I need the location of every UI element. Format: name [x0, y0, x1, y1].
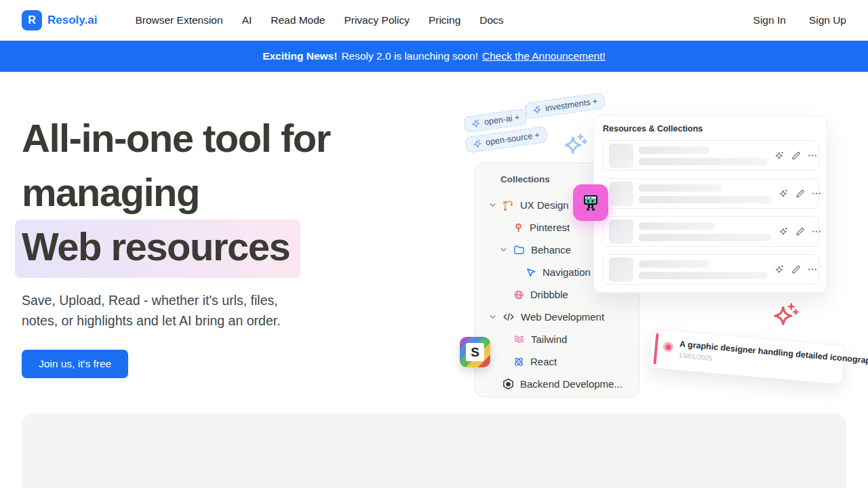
brand-logo[interactable]: R Resoly.ai — [22, 10, 97, 30]
placeholder-bar — [639, 146, 710, 154]
resources-panel: Resources & Collections — [593, 115, 827, 293]
sparkle-blue-icon — [559, 131, 589, 161]
more-icon — [807, 264, 818, 274]
placeholder-bar — [639, 260, 709, 268]
thumbnail-placeholder — [609, 182, 633, 206]
placeholder-bar — [639, 196, 772, 203]
nav-item-browser-extension[interactable]: Browser Extension — [135, 14, 222, 26]
chevron-down-icon — [489, 313, 496, 321]
banner-text: Resoly 2.0 is launching soon! — [341, 50, 478, 62]
tree-label: Backend Developme... — [520, 378, 623, 390]
thumbnail-placeholder — [609, 144, 633, 168]
sparkle-icon — [471, 119, 481, 129]
placeholder-bar — [639, 222, 715, 230]
tree-label: UX Design — [520, 199, 569, 211]
page-title: All-in-one tool for managing Web resourc… — [22, 111, 401, 278]
edit-icon — [791, 264, 801, 274]
atom-icon — [513, 357, 524, 367]
tag-label: investments + — [545, 96, 598, 113]
subtitle-line-2: notes, or highlights and let AI bring an… — [22, 313, 281, 328]
more-icon — [811, 226, 822, 237]
more-icon — [807, 150, 818, 161]
cube-icon — [502, 378, 514, 390]
placeholder-bar — [639, 234, 772, 241]
nav-item-privacy-policy[interactable]: Privacy Policy — [344, 14, 409, 26]
slack-app-icon: S — [460, 337, 490, 367]
tree-item-tailwind: Tailwind — [475, 328, 639, 350]
text-placeholder — [639, 184, 772, 203]
card-actions — [778, 226, 822, 237]
hero-section: All-in-one tool for managing Web resourc… — [0, 72, 868, 413]
note-date: 13/01/2025 — [678, 352, 713, 362]
content-placeholder-panel — [22, 413, 846, 488]
tree-item-react: React — [475, 350, 639, 373]
hero-copy: All-in-one tool for managing Web resourc… — [22, 111, 401, 378]
chevron-down-icon — [489, 201, 496, 209]
card-actions — [774, 150, 818, 161]
ai-sparkles-icon — [778, 188, 789, 199]
title-line-1: All-in-one tool for — [22, 116, 330, 160]
thumbnail-placeholder — [609, 258, 633, 282]
ai-sparkles-icon — [778, 226, 789, 237]
sparkle-icon — [532, 104, 542, 115]
robot-icon — [582, 193, 599, 212]
tree-label: Behance — [531, 244, 571, 256]
tree-label: React — [530, 356, 557, 367]
text-placeholder — [639, 260, 768, 279]
note-text: A graphic designer handling detailed ico… — [679, 340, 868, 367]
nav-item-read-mode[interactable]: Read Mode — [271, 14, 325, 26]
placeholder-bar — [639, 184, 722, 192]
sparkle-icon — [473, 139, 483, 149]
resource-card — [603, 254, 819, 285]
tree-item-web-development: Web Development — [475, 306, 639, 328]
title-highlight: Web resources — [15, 220, 300, 278]
banner-bold-text: Exciting News! — [262, 50, 337, 62]
join-free-button[interactable]: Join us, it's free — [22, 350, 128, 378]
auth-links: Sign In Sign Up — [753, 14, 846, 26]
pin-icon — [513, 222, 524, 233]
tree-label: Tailwind — [531, 333, 567, 345]
card-actions — [778, 188, 822, 199]
subtitle-line-1: Save, Upload, Read - whether it's urls, … — [22, 293, 278, 308]
sign-in-link[interactable]: Sign In — [753, 14, 786, 26]
resources-panel-title: Resources & Collections — [603, 124, 818, 134]
tag-investments: investments + — [524, 92, 606, 119]
top-nav: R Resoly.ai Browser Extension AI Read Mo… — [0, 0, 868, 41]
edit-icon — [791, 150, 801, 161]
title-line-2: managing — [22, 170, 199, 214]
sparkle-red-icon — [768, 301, 800, 333]
cursor-icon — [526, 267, 536, 278]
tag-label: open-source + — [485, 130, 540, 147]
thumbnail-placeholder — [609, 220, 633, 244]
tree-label: Navigation — [542, 266, 591, 278]
card-actions — [774, 264, 818, 274]
hero-subtitle: Save, Upload, Read - whether it's urls, … — [22, 290, 401, 331]
resource-card — [603, 216, 819, 247]
more-icon — [811, 188, 822, 199]
placeholder-bar — [639, 158, 768, 165]
placeholder-bar — [639, 272, 768, 279]
tree-label: Pinterest — [530, 222, 570, 233]
brand-name: Resoly.ai — [47, 14, 97, 27]
folder-icon — [513, 245, 525, 255]
nav-item-docs[interactable]: Docs — [479, 14, 503, 26]
slack-letter: S — [466, 343, 484, 361]
ai-sparkles-icon — [774, 150, 785, 161]
resource-card — [603, 140, 819, 171]
edit-icon — [795, 226, 805, 237]
nav-item-pricing[interactable]: Pricing — [429, 14, 460, 26]
robot-badge — [573, 184, 608, 221]
ai-sparkles-icon — [774, 264, 785, 274]
code-icon — [502, 312, 515, 322]
announcement-link[interactable]: Check the Announcement! — [482, 50, 606, 62]
note-status-dot — [663, 342, 673, 352]
nav-item-ai[interactable]: AI — [242, 14, 252, 26]
chevron-down-icon — [500, 246, 507, 253]
globe-icon — [513, 289, 524, 300]
text-placeholder — [639, 222, 772, 241]
sign-up-link[interactable]: Sign Up — [809, 14, 846, 26]
crane-icon — [502, 199, 514, 211]
tree-label: Web Development — [521, 311, 604, 323]
edit-icon — [795, 188, 805, 199]
note-card: A graphic designer handling detailed ico… — [649, 329, 846, 385]
